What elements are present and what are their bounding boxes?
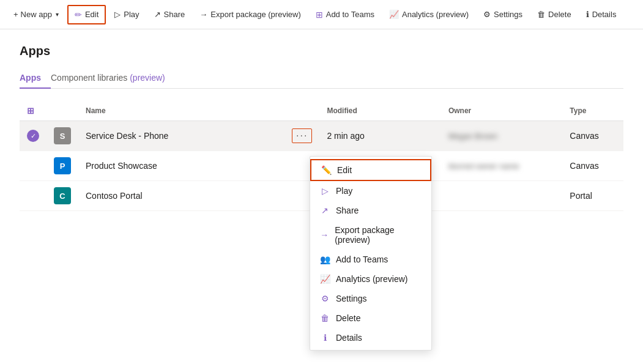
analytics-label: Analytics (preview) bbox=[402, 10, 469, 19]
analytics-icon: 📈 bbox=[389, 10, 399, 19]
row-app-icon: P bbox=[46, 151, 78, 181]
edit-label: Edit bbox=[85, 10, 98, 19]
owner-name: blurred owner name bbox=[448, 162, 519, 171]
menu-item-icon: 👥 bbox=[320, 254, 330, 264]
teams-icon: ⊞ bbox=[316, 10, 323, 20]
app-icon: C bbox=[54, 187, 71, 204]
play-label: Play bbox=[124, 10, 139, 19]
details-icon: ℹ bbox=[586, 10, 589, 19]
row-check: ✓ bbox=[20, 121, 46, 151]
menu-item-label: Export package (preview) bbox=[335, 225, 422, 245]
menu-item-delete[interactable]: 🗑 Delete bbox=[310, 308, 431, 328]
menu-item-icon: ⚙ bbox=[320, 294, 330, 303]
menu-item-label: Delete bbox=[336, 313, 360, 323]
th-icon bbox=[46, 101, 78, 121]
row-app-name: Service Desk - Phone bbox=[78, 121, 284, 151]
row-type: Portal bbox=[562, 181, 623, 211]
row-app-name: Product Showcase bbox=[78, 151, 284, 181]
menu-item-label: Add to Teams bbox=[336, 254, 388, 264]
owner-name: Megan Brown bbox=[448, 132, 497, 141]
row-app-name: Contoso Portal bbox=[78, 181, 284, 211]
delete-button[interactable]: 🗑 Delete bbox=[531, 6, 578, 23]
row-modified: 2 min ago bbox=[319, 121, 441, 151]
row-type: Canvas bbox=[562, 121, 623, 151]
settings-button[interactable]: ⚙ Settings bbox=[477, 6, 529, 23]
context-menu: ✏️ Edit ▷ Play ↗ Share → Export package … bbox=[310, 156, 432, 351]
edit-icon: ✏ bbox=[75, 10, 82, 20]
app-icon: S bbox=[54, 127, 71, 144]
app-icon: P bbox=[54, 157, 71, 174]
menu-item-add-to-teams[interactable]: 👥 Add to Teams bbox=[310, 250, 431, 269]
menu-item-label: Share bbox=[336, 206, 359, 215]
toolbar: + New app ▾ ✏ Edit ▷ Play ↗ Share → Expo… bbox=[0, 0, 643, 29]
tabs-bar: Apps Component libraries (preview) bbox=[20, 68, 623, 89]
export-label: Export package (preview) bbox=[210, 10, 300, 19]
tab-preview-label: (preview) bbox=[130, 73, 165, 83]
settings-label: Settings bbox=[494, 10, 522, 19]
th-check: ⊞ bbox=[20, 101, 46, 121]
new-app-button[interactable]: + New app ▾ bbox=[7, 6, 65, 23]
menu-item-icon: 📈 bbox=[320, 274, 330, 284]
menu-item-label: Analytics (preview) bbox=[336, 274, 407, 284]
menu-item-export-package-preview[interactable]: → Export package (preview) bbox=[310, 220, 431, 250]
menu-item-label: Details bbox=[336, 333, 362, 343]
play-icon: ▷ bbox=[114, 10, 121, 19]
new-app-label: New app bbox=[21, 10, 52, 19]
export-button[interactable]: → Export package (preview) bbox=[193, 6, 307, 23]
menu-item-share[interactable]: ↗ Share bbox=[310, 201, 431, 220]
row-type: Canvas bbox=[562, 151, 623, 181]
menu-item-icon: ✏️ bbox=[321, 165, 331, 175]
menu-item-icon: ↗ bbox=[320, 206, 330, 215]
tab-apps[interactable]: Apps bbox=[20, 68, 51, 89]
row-owner: Megan Brown bbox=[441, 121, 562, 151]
details-button[interactable]: ℹ Details bbox=[580, 6, 623, 23]
th-name: Name bbox=[78, 101, 284, 121]
table-grid-icon: ⊞ bbox=[27, 106, 34, 116]
analytics-button[interactable]: 📈 Analytics (preview) bbox=[383, 6, 475, 23]
row-owner bbox=[441, 181, 562, 211]
menu-item-icon: 🗑 bbox=[320, 313, 330, 323]
menu-item-play[interactable]: ▷ Play bbox=[310, 181, 431, 201]
row-app-icon: C bbox=[46, 181, 78, 211]
menu-item-icon: → bbox=[320, 230, 329, 240]
row-check bbox=[20, 181, 46, 211]
page-title: Apps bbox=[20, 44, 623, 58]
export-icon: → bbox=[199, 10, 207, 19]
th-more bbox=[284, 101, 319, 121]
tab-component-libraries[interactable]: Component libraries (preview) bbox=[51, 68, 175, 89]
menu-item-icon: ℹ bbox=[320, 333, 330, 343]
row-app-icon: S bbox=[46, 121, 78, 151]
plus-icon: + bbox=[13, 10, 18, 19]
menu-item-analytics-preview[interactable]: 📈 Analytics (preview) bbox=[310, 269, 431, 289]
th-owner: Owner bbox=[441, 101, 562, 121]
delete-icon: 🗑 bbox=[537, 10, 545, 19]
row-more-cell: ··· bbox=[284, 121, 319, 151]
details-label: Details bbox=[592, 10, 617, 19]
add-to-teams-button[interactable]: ⊞ Add to Teams bbox=[310, 6, 381, 23]
chevron-down-icon: ▾ bbox=[56, 11, 59, 18]
more-options-button[interactable]: ··· bbox=[292, 128, 312, 143]
add-to-teams-label: Add to Teams bbox=[326, 10, 374, 19]
settings-icon: ⚙ bbox=[483, 10, 491, 19]
menu-item-settings[interactable]: ⚙ Settings bbox=[310, 289, 431, 308]
share-icon: ↗ bbox=[154, 10, 161, 19]
edit-button[interactable]: ✏ Edit bbox=[67, 5, 106, 24]
tab-apps-label: Apps bbox=[20, 73, 41, 83]
delete-label: Delete bbox=[548, 10, 571, 19]
row-check bbox=[20, 151, 46, 181]
play-button[interactable]: ▷ Play bbox=[108, 6, 145, 23]
menu-item-details[interactable]: ℹ Details bbox=[310, 328, 431, 347]
share-label: Share bbox=[164, 10, 185, 19]
check-icon: ✓ bbox=[27, 130, 39, 142]
th-modified: Modified bbox=[319, 101, 441, 121]
th-type: Type bbox=[562, 101, 623, 121]
share-button[interactable]: ↗ Share bbox=[148, 6, 191, 23]
menu-item-label: Edit bbox=[337, 165, 352, 175]
table-row[interactable]: ✓SService Desk - Phone···2 min agoMegan … bbox=[20, 121, 623, 151]
menu-item-label: Play bbox=[336, 186, 352, 196]
menu-item-edit[interactable]: ✏️ Edit bbox=[310, 159, 431, 181]
row-owner: blurred owner name bbox=[441, 151, 562, 181]
tab-component-libraries-label: Component libraries bbox=[51, 73, 127, 83]
menu-item-label: Settings bbox=[336, 294, 367, 303]
menu-item-icon: ▷ bbox=[320, 186, 330, 196]
